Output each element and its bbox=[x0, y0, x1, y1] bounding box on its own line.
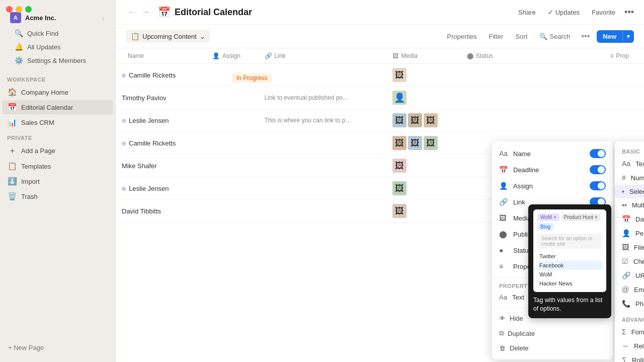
toggle-assign[interactable] bbox=[590, 181, 606, 190]
cell-link[interactable] bbox=[259, 200, 387, 223]
cell-name[interactable]: Leslie Jensen bbox=[116, 177, 206, 200]
sort-button[interactable]: Sort bbox=[511, 31, 531, 42]
cell-link[interactable]: This is where you can link to p… bbox=[259, 109, 387, 132]
sidebar-item-quick-find[interactable]: 🔍 Quick Find bbox=[8, 27, 107, 40]
type-item-url[interactable]: 🔗 URL bbox=[615, 268, 644, 282]
cell-assign[interactable] bbox=[206, 109, 259, 132]
cell-status[interactable] bbox=[461, 64, 604, 87]
sidebar-item-settings[interactable]: ⚙️ Settings & Members bbox=[8, 54, 107, 67]
view-selector[interactable]: 📋 Upcoming Content ⌄ bbox=[126, 30, 210, 43]
filter-button[interactable]: Filter bbox=[485, 31, 508, 42]
prop-toggle-name[interactable]: Aa Name bbox=[492, 146, 613, 162]
cell-prop[interactable] bbox=[604, 87, 644, 109]
type-item-checkbox[interactable]: ☑ Checkbox bbox=[615, 254, 644, 268]
cell-name[interactable]: Camille Ricketts bbox=[116, 132, 206, 155]
col-header-link[interactable]: 🔗Link bbox=[259, 48, 387, 64]
col-header-assign[interactable]: 👤Assign bbox=[206, 48, 259, 64]
type-item-rollup[interactable]: ∑ Rollup bbox=[615, 353, 644, 362]
cell-link[interactable] bbox=[259, 155, 387, 177]
type-item-phone[interactable]: 📞 Phone bbox=[615, 297, 644, 311]
cell-name[interactable]: Leslie Jensen bbox=[116, 109, 206, 132]
traffic-light-red[interactable] bbox=[6, 6, 13, 13]
toggle-deadline[interactable] bbox=[590, 165, 606, 174]
sidebar-item-label: Import bbox=[21, 178, 40, 185]
cell-media[interactable]: 👤 bbox=[386, 87, 461, 109]
sidebar-item-all-updates[interactable]: 🔔 All Updates bbox=[8, 40, 107, 53]
col-header-status[interactable]: ⬤Status bbox=[461, 48, 604, 64]
type-item-formula[interactable]: Σ Formula bbox=[615, 325, 644, 339]
more-button[interactable]: ••• bbox=[624, 7, 634, 18]
col-header-name[interactable]: Name bbox=[116, 48, 206, 64]
share-button[interactable]: Share bbox=[515, 7, 539, 18]
new-button[interactable]: New ▾ bbox=[597, 30, 634, 43]
type-item-relation[interactable]: ↔ Relation bbox=[615, 339, 644, 353]
updates-button[interactable]: ✓ Updates bbox=[545, 7, 583, 18]
type-item-number[interactable]: # Number bbox=[615, 171, 644, 185]
cell-status[interactable] bbox=[461, 109, 604, 132]
sidebar-item-label: Sales CRM bbox=[21, 119, 54, 126]
cell-media[interactable]: 🖼🖼🖼 bbox=[386, 109, 461, 132]
col-header-media[interactable]: 🖼Media bbox=[386, 48, 461, 64]
cell-link[interactable] bbox=[259, 177, 387, 200]
cell-name[interactable]: Camille Ricketts bbox=[116, 64, 206, 87]
type-item-person[interactable]: 👤 Person bbox=[615, 226, 644, 240]
new-page-label: + New Page bbox=[8, 344, 44, 351]
toggle-name[interactable] bbox=[590, 149, 606, 158]
toolbar-more-button[interactable]: ••• bbox=[578, 30, 593, 43]
prop-duplicate-button[interactable]: ⧉ Duplicate bbox=[492, 326, 613, 341]
back-arrow[interactable]: ← bbox=[126, 7, 138, 18]
type-item-text[interactable]: Aa Text bbox=[615, 157, 644, 171]
cell-assign[interactable] bbox=[206, 200, 259, 223]
sidebar-item-trash[interactable]: 🗑️ Trash bbox=[2, 189, 113, 203]
forward-arrow[interactable]: → bbox=[140, 7, 152, 18]
search-button[interactable]: 🔍 Search bbox=[535, 31, 574, 42]
cell-assign[interactable] bbox=[206, 177, 259, 200]
cell-assign[interactable] bbox=[206, 132, 259, 155]
type-item-date[interactable]: 📅 Date bbox=[615, 212, 644, 226]
duplicate-icon: ⧉ bbox=[499, 329, 504, 337]
sidebar-item-add-page[interactable]: ＋ Add a Page bbox=[2, 143, 113, 158]
url-icon: 🔗 bbox=[622, 271, 630, 279]
type-item-files-media[interactable]: 🖼 Files & Media bbox=[615, 240, 644, 254]
cell-media[interactable]: 🖼 bbox=[386, 177, 461, 200]
properties-button[interactable]: Properties bbox=[443, 31, 480, 42]
cell-media[interactable]: 🖼 bbox=[386, 200, 461, 223]
favorite-button[interactable]: Favorite bbox=[589, 7, 618, 18]
sidebar-item-label: Templates bbox=[21, 163, 51, 170]
prop-toggle-assign[interactable]: 👤 Assign bbox=[492, 178, 613, 194]
sidebar-item-templates[interactable]: 📋 Templates bbox=[2, 159, 113, 173]
sidebar-item-import[interactable]: ⬇️ Import bbox=[2, 174, 113, 188]
prop-status-icon: ● bbox=[499, 246, 508, 254]
cell-assign[interactable] bbox=[206, 155, 259, 177]
cell-name[interactable]: Timothy Pavlov bbox=[116, 87, 206, 109]
cell-name[interactable]: Mike Shafer bbox=[116, 155, 206, 177]
sales-crm-icon: 📊 bbox=[7, 118, 17, 127]
cell-media[interactable]: 🖼 bbox=[386, 64, 461, 87]
table-container: Name 👤Assign 🔗Link 🖼Media ⬤Status ≡Prop … bbox=[116, 48, 644, 362]
cell-link[interactable] bbox=[259, 132, 387, 155]
cell-link[interactable] bbox=[259, 64, 387, 87]
type-item-email[interactable]: @ Email bbox=[615, 282, 644, 297]
traffic-light-green[interactable] bbox=[25, 6, 32, 13]
col-header-prop[interactable]: ≡Prop bbox=[604, 48, 644, 64]
prop-delete-button[interactable]: 🗑 Delete bbox=[492, 341, 613, 355]
sidebar-item-editorial-calendar[interactable]: 📅 Editorial Calendar bbox=[2, 100, 113, 114]
table-row: Timothy Pavlov Link to eventual publishe… bbox=[116, 87, 644, 109]
type-item-select[interactable]: ▾ Select bbox=[615, 185, 644, 198]
table-row: Camille Ricketts 🖼 bbox=[116, 64, 644, 87]
prop-toggle-deadline[interactable]: 📅 Deadline bbox=[492, 162, 613, 178]
cell-name[interactable]: David Tibbitts bbox=[116, 200, 206, 223]
cell-assign[interactable] bbox=[206, 87, 259, 109]
type-item-multiselect[interactable]: ▾▾ Multi-Select bbox=[615, 198, 644, 212]
sidebar-item-company-home[interactable]: 🏠 Company Home bbox=[2, 85, 113, 99]
traffic-light-yellow[interactable] bbox=[16, 6, 22, 13]
cell-media[interactable]: 🖼 bbox=[386, 155, 461, 177]
cell-media[interactable]: 🖼🖼🖼 bbox=[386, 132, 461, 155]
new-page-button[interactable]: + New Page bbox=[6, 341, 109, 354]
sidebar-item-sales-crm[interactable]: 📊 Sales CRM bbox=[2, 115, 113, 129]
new-button-arrow[interactable]: ▾ bbox=[622, 31, 634, 42]
cell-status[interactable] bbox=[461, 87, 604, 109]
cell-link[interactable]: Link to eventual published po… bbox=[259, 87, 387, 109]
cell-prop[interactable] bbox=[604, 64, 644, 87]
cell-prop[interactable] bbox=[604, 109, 644, 132]
